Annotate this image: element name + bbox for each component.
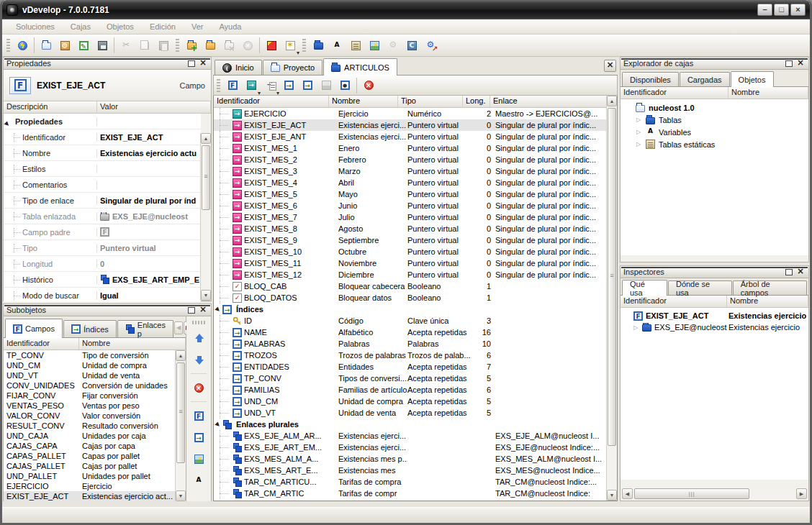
- tab-disponibles[interactable]: Disponibles: [622, 72, 679, 86]
- prop-row-estilos[interactable]: Estilos: [4, 161, 201, 177]
- move-down-button[interactable]: [189, 351, 208, 368]
- delete-button[interactable]: ×: [189, 379, 208, 396]
- menu-item-cajas[interactable]: Cajas: [63, 21, 99, 32]
- column-long[interactable]: Long.: [463, 96, 490, 107]
- tab-enlaces-p[interactable]: Enlaces p: [117, 320, 173, 337]
- tree-item-tablas[interactable]: ▷ Tablas: [621, 114, 808, 126]
- close-panel-button[interactable]: ×: [795, 59, 806, 68]
- scroll-left-button[interactable]: ◀: [622, 488, 633, 499]
- field-row-familias[interactable]: → FAMILIASFamilias de artículos Acepta r…: [214, 384, 606, 396]
- open-solution-button[interactable]: [37, 37, 55, 54]
- tree-item-variables[interactable]: ▷ AVariables: [621, 126, 808, 138]
- new-pointer-button[interactable]: →: [242, 77, 261, 94]
- field-row-exs-mes-alm-a-[interactable]: EXS_MES_ALM_A...Existencias mes p... EXS…: [214, 453, 606, 465]
- scroll-up-button[interactable]: ▲: [607, 96, 617, 106]
- close-document-button[interactable]: ×: [604, 60, 616, 72]
- field-row-und-cm[interactable]: → UND_CMUnidad de compra Acepta repetida…: [214, 396, 606, 407]
- variables-button[interactable]: A: [328, 37, 346, 54]
- close-panel-button[interactable]: ×: [198, 59, 208, 68]
- scroll-up-button[interactable]: ▲: [176, 350, 186, 361]
- field-row-ejercicio[interactable]: → EJERCICIOEjercicio Numérico2Maestro ->…: [214, 108, 606, 119]
- column-nombre[interactable]: Nombre: [727, 296, 808, 307]
- delete-button[interactable]: ×: [359, 77, 378, 94]
- prop-row-historico[interactable]: Histórico EXS_EJE_ART_EMP_E: [4, 272, 201, 288]
- column-descripcion[interactable]: Descripción: [4, 101, 97, 113]
- field-row-und-vt[interactable]: → UND_VTUnidad de venta Acepta repetidas…: [214, 407, 606, 419]
- subobject-row-ejercicio[interactable]: EJERCICIOEjercicio: [4, 481, 176, 491]
- fields-table-scrollbar[interactable]: ▲ ▼: [606, 96, 617, 501]
- field-row-palabras[interactable]: → PALABRASPalabras Palabras10: [214, 338, 606, 350]
- copy-button[interactable]: [135, 37, 154, 54]
- prop-row-longitud[interactable]: Longitud 0: [4, 256, 201, 272]
- column-identificador[interactable]: Identificador: [621, 296, 727, 307]
- scroll-down-button[interactable]: ▼: [176, 490, 186, 501]
- field-row-exist-mes-9[interactable]: → EXIST_MES_9Septiembre Puntero virtual0…: [214, 234, 606, 246]
- cancel-button[interactable]: ×: [238, 37, 257, 54]
- expander-icon[interactable]: ▷: [635, 129, 642, 135]
- tab-donde-se-usa[interactable]: Dónde se usa: [668, 280, 732, 295]
- new-field-button[interactable]: F: [223, 77, 242, 94]
- title-bar[interactable]: vDevelop - 7.0.0.7181 – □ ×: [2, 0, 810, 19]
- tables-folder-button[interactable]: [309, 37, 328, 54]
- unload-box-button[interactable]: [220, 37, 238, 54]
- toolbar-grip[interactable]: [302, 39, 306, 52]
- tab-arbol-de-campos[interactable]: Árbol de campos: [733, 280, 807, 295]
- float-panel-button[interactable]: [186, 59, 197, 68]
- tab-campos[interactable]: FCampos: [5, 319, 63, 338]
- close-panel-button[interactable]: ×: [198, 306, 208, 315]
- inspector-row-exist-eje-act[interactable]: FEXIST_EJE_ACT Existencias ejercicio: [621, 310, 808, 321]
- images-button[interactable]: [365, 37, 384, 54]
- field-row-name[interactable]: → NAMEAlfabético Acepta repetidas16: [214, 327, 606, 338]
- move-up-button[interactable]: [189, 329, 208, 347]
- minimize-button[interactable]: –: [757, 4, 772, 16]
- new-index-button[interactable]: →: [279, 77, 298, 94]
- subobject-row-cajas-pallet[interactable]: CAJAS_PALLETCajas por pallet: [4, 461, 176, 471]
- rebuild-button[interactable]: ⚙: [421, 37, 440, 54]
- field-row-tar-cm-artic[interactable]: TAR_CM_ARTICTarifas de compr TAR_CM@nucl…: [214, 488, 606, 499]
- scrollbar-track[interactable]: [751, 488, 796, 499]
- tab-proyecto[interactable]: Proyecto: [263, 60, 322, 75]
- scroll-down-button[interactable]: ▼: [201, 290, 211, 301]
- tab-inicio[interactable]: Inicio: [215, 60, 262, 75]
- constants-button[interactable]: C: [402, 37, 421, 54]
- load-box-button[interactable]: [201, 37, 220, 54]
- scrollbar-thumb[interactable]: [176, 362, 185, 463]
- subobject-row-und-caja[interactable]: UND_CAJAUnidades por caja: [4, 431, 176, 441]
- menu-item-objetos[interactable]: Objetos: [99, 21, 142, 32]
- field-row-exist-mes-11[interactable]: → EXIST_MES_11Noviembre Puntero virtual0…: [214, 257, 606, 269]
- prop-row-tipo-de-enlace[interactable]: Tipo de enlace Singular de plural por ín…: [4, 193, 201, 209]
- run-button[interactable]: ϟ: [13, 37, 32, 54]
- scrollbar-thumb[interactable]: |||: [634, 488, 749, 499]
- toolbar-grip[interactable]: [176, 39, 179, 52]
- scroll-up-button[interactable]: ▲: [201, 133, 211, 144]
- column-nombre[interactable]: Nombre: [79, 338, 186, 350]
- tab-que-usa[interactable]: Qué usa: [622, 280, 667, 296]
- subobject-row-und-pallet[interactable]: UND_PALLETUnidades por pallet: [4, 471, 176, 481]
- prop-row-tipo[interactable]: Tipo Puntero virtual: [4, 240, 201, 256]
- close-button[interactable]: ×: [790, 4, 806, 16]
- tab-articulos[interactable]: ARTICULOS: [323, 58, 397, 76]
- save-button[interactable]: [93, 37, 112, 54]
- subobject-row-fijar-conv[interactable]: FIJAR_CONVFijar conversión: [4, 391, 176, 401]
- field-row-id[interactable]: IDCódigo Clave única3: [214, 315, 606, 327]
- toolbar-grip[interactable]: [217, 79, 220, 92]
- column-tipo[interactable]: Tipo: [398, 96, 463, 107]
- field-row-exs-mes-art-e-[interactable]: EXS_MES_ART_E...Existencias mes EXS_MES@…: [214, 465, 606, 476]
- column-identificador[interactable]: Identificador: [621, 87, 728, 99]
- images-button[interactable]: [189, 450, 208, 467]
- column-identificador[interactable]: Identificador: [4, 338, 79, 350]
- tab-objetos[interactable]: Objetos: [731, 71, 774, 87]
- field-row-bloq-cab[interactable]: ✓ BLOQ_CABBloquear cabecera Booleano1: [214, 280, 606, 292]
- column-enlace[interactable]: Enlace: [490, 96, 617, 107]
- field-row-exist-mes-7[interactable]: → EXIST_MES_7Julio Puntero virtual0Singu…: [214, 211, 606, 223]
- scrollbar-thumb[interactable]: [202, 145, 210, 210]
- prop-row-tabla-enlazada[interactable]: Tabla enlazada EXS_EJE@nucleost: [4, 209, 201, 224]
- scroll-right-button[interactable]: ▶: [796, 488, 807, 499]
- prop-group-row[interactable]: ▶Propiedades: [4, 114, 201, 129]
- float-panel-button[interactable]: [784, 59, 794, 68]
- subobject-row-und-vt[interactable]: UND_VTUnidad de venta: [4, 370, 176, 380]
- target-button[interactable]: ●: [335, 77, 354, 94]
- group-row-indices[interactable]: ▶→ Índices: [214, 303, 606, 315]
- field-row-tp-conv[interactable]: → TP_CONVTipos de conversi... Acepta rep…: [214, 373, 606, 384]
- new-index-alt-button[interactable]: →: [298, 77, 317, 94]
